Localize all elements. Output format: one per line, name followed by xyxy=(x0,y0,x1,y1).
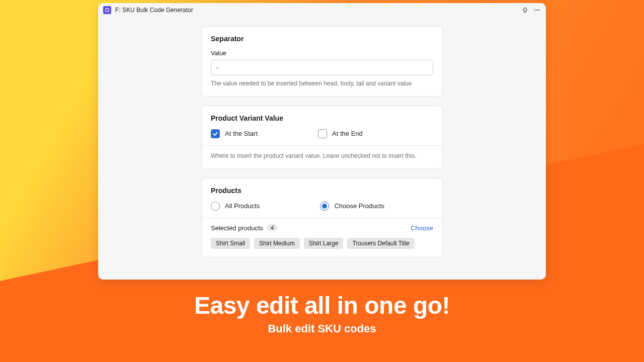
separator-card: Separator Value The value needed to be i… xyxy=(201,26,443,97)
window-title: F: SKU Bulk Code Generator xyxy=(115,7,193,14)
variant-end-label: At the End xyxy=(332,130,363,137)
product-chip[interactable]: Trousers Default Title xyxy=(347,238,415,249)
variant-start-label: At the Start xyxy=(225,130,258,137)
variant-heading: Product Variant Value xyxy=(211,114,433,122)
variant-help: Where to insert the product variant valu… xyxy=(211,152,433,160)
app-icon xyxy=(103,6,111,14)
divider xyxy=(202,145,442,146)
separator-value-input[interactable] xyxy=(211,60,433,75)
radio-unchecked-icon xyxy=(211,202,220,211)
hero-subtitle: Bulk edit SKU codes xyxy=(0,322,644,335)
products-choose-option[interactable]: Choose Products xyxy=(320,202,384,211)
products-card: Products All Products Choose Products Se… xyxy=(201,178,443,257)
variant-end-option[interactable]: At the End xyxy=(318,129,363,138)
selected-chips: Shirt Small Shirt Medium Shirt Large Tro… xyxy=(211,238,433,249)
more-button[interactable] xyxy=(533,6,541,14)
selected-count-badge: 4 xyxy=(267,224,277,231)
selected-products-label: Selected products xyxy=(211,224,263,232)
divider xyxy=(202,218,442,218)
choose-link[interactable]: Choose xyxy=(411,224,433,232)
separator-heading: Separator xyxy=(211,35,433,43)
app-window: F: SKU Bulk Code Generator Separator Val… xyxy=(98,3,546,280)
hero-title: Easy edit all in one go! xyxy=(0,292,644,319)
titlebar: F: SKU Bulk Code Generator xyxy=(98,3,546,17)
variant-start-option[interactable]: At the Start xyxy=(211,129,258,138)
products-all-option[interactable]: All Products xyxy=(211,202,260,211)
svg-point-2 xyxy=(536,10,537,11)
svg-point-0 xyxy=(106,9,109,12)
product-chip[interactable]: Shirt Large xyxy=(304,238,344,249)
radio-checked-icon xyxy=(320,202,329,211)
separator-help: The value needed to be inserted between … xyxy=(211,79,433,88)
content-area: Separator Value The value needed to be i… xyxy=(98,26,546,267)
svg-point-1 xyxy=(534,10,535,11)
separator-value-label: Value xyxy=(211,50,433,57)
products-all-label: All Products xyxy=(225,202,260,210)
checkbox-checked-icon xyxy=(211,129,220,138)
svg-point-3 xyxy=(538,10,539,11)
checkbox-unchecked-icon xyxy=(318,129,327,138)
products-choose-label: Choose Products xyxy=(334,202,384,210)
product-chip[interactable]: Shirt Medium xyxy=(254,238,300,249)
pin-button[interactable] xyxy=(521,6,529,14)
products-heading: Products xyxy=(211,187,433,195)
variant-card: Product Variant Value At the Start At th… xyxy=(201,106,443,169)
hero-text: Easy edit all in one go! Bulk edit SKU c… xyxy=(0,292,644,335)
product-chip[interactable]: Shirt Small xyxy=(211,238,250,249)
